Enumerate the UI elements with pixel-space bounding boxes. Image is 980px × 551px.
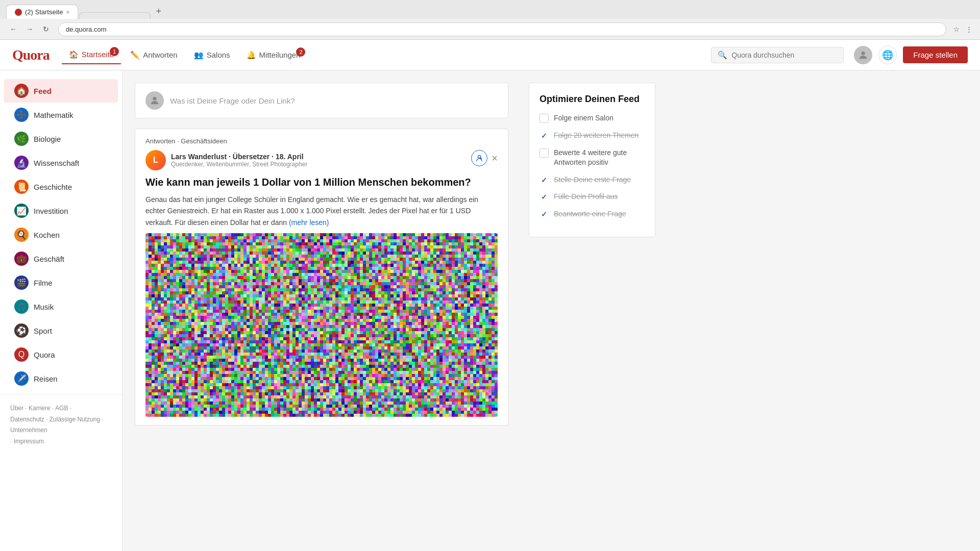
url-bar[interactable] xyxy=(58,22,946,36)
wissenschaft-icon: 🔬 xyxy=(14,156,29,170)
sidebar-footer: Über · Karriere · AGB · Datenschutz · Zu… xyxy=(0,394,122,455)
sidebar-item-quora[interactable]: Q Quora xyxy=(4,343,118,366)
svg-point-2 xyxy=(478,156,481,158)
beantworte-label: Beantworte eine Frage xyxy=(554,209,626,219)
sidebar-item-musik[interactable]: 🎵 Musik xyxy=(4,295,118,318)
sidebar-item-reisen[interactable]: ✈️ Reisen xyxy=(4,367,118,390)
optimize-item-bewerte: Bewerte 4 weitere gute Antworten positiv xyxy=(540,148,645,168)
sidebar-feed-label: Feed xyxy=(34,87,52,95)
sidebar-item-kochen[interactable]: 🍳 Kochen xyxy=(4,223,118,246)
kochen-icon: 🍳 xyxy=(14,228,29,242)
geschaeft-icon: 💼 xyxy=(14,252,29,266)
browser-icons: ☆ ⋮ xyxy=(951,24,974,34)
search-bar[interactable]: 🔍 xyxy=(711,47,844,63)
optimize-item-themen: Folge 20 weiteren Themen xyxy=(540,131,645,141)
add-tab-button[interactable]: + xyxy=(152,4,165,19)
footer-karriere[interactable]: Karriere xyxy=(29,405,51,412)
nav-startseite[interactable]: 🏠 Startseite 1 xyxy=(62,46,121,64)
ask-question-box[interactable]: Was ist Deine Frage oder Dein Link? xyxy=(135,83,508,118)
sidebar-item-geschichte[interactable]: 📜 Geschichte xyxy=(4,175,118,198)
follow-author-button[interactable] xyxy=(471,150,487,166)
nav-items: 🏠 Startseite 1 ✏️ Antworten 👥 Salons 🔔 M… xyxy=(62,46,707,64)
post-image[interactable] xyxy=(145,233,498,417)
ask-placeholder[interactable]: Was ist Deine Frage oder Dein Link? xyxy=(170,96,295,105)
main-content: Was ist Deine Frage oder Dein Link? Antw… xyxy=(122,70,521,551)
search-icon: 🔍 xyxy=(718,51,727,60)
footer-impressum[interactable]: Impressum xyxy=(14,438,44,445)
sidebar-item-biologie[interactable]: 🌿 Biologie xyxy=(4,127,118,151)
optimize-feed-box: Optimiere Deinen Feed Folge einem Salon … xyxy=(529,83,655,237)
nav-salons-icon: 👥 xyxy=(194,51,204,60)
nav-antworten-label: Antworten xyxy=(143,51,178,59)
footer-unternehmen[interactable]: Unternehmen xyxy=(10,427,47,434)
salon-checkbox[interactable] xyxy=(540,114,549,123)
optimize-item-frage: Stelle Deine erste Frage xyxy=(540,175,645,185)
nav-antworten[interactable]: ✏️ Antworten xyxy=(123,46,185,64)
menu-icon[interactable]: ⋮ xyxy=(964,24,974,34)
sidebar-investition-label: Investition xyxy=(34,207,68,215)
beantworte-checkbox[interactable] xyxy=(540,210,549,219)
profil-label: Fülle Dein Profil aus xyxy=(554,192,618,202)
footer-agb[interactable]: AGB xyxy=(55,405,68,412)
optimize-item-profil: Fülle Dein Profil aus xyxy=(540,192,645,202)
sidebar-item-mathematik[interactable]: ➕ Mathematik xyxy=(4,103,118,127)
themen-checkbox[interactable] xyxy=(540,131,549,140)
nav-antworten-icon: ✏️ xyxy=(130,51,140,60)
sidebar-sport-label: Sport xyxy=(34,327,52,335)
browser-nav-arrows: ← → ↻ xyxy=(6,22,53,36)
back-button[interactable]: ← xyxy=(6,22,20,36)
quora-logo[interactable]: Quora xyxy=(12,47,50,63)
frage-checkbox[interactable] xyxy=(540,176,549,185)
startseite-badge: 1 xyxy=(110,47,119,56)
footer-datenschutz[interactable]: Datenschutz xyxy=(10,416,44,423)
nav-mitteilungen[interactable]: 🔔 Mitteilungen 2 xyxy=(239,46,308,64)
ask-button[interactable]: Frage stellen xyxy=(903,46,968,63)
forward-button[interactable]: → xyxy=(22,22,37,36)
sidebar-item-filme[interactable]: 🎬 Filme xyxy=(4,271,118,294)
reload-button[interactable]: ↻ xyxy=(39,22,53,36)
post-categories: Antworten · Geschäftsideen xyxy=(145,137,227,145)
post-body: Genau das hat ein junger College Schüler… xyxy=(145,194,498,228)
navbar: Quora 🏠 Startseite 1 ✏️ Antworten 👥 Salo… xyxy=(0,40,980,70)
bewerte-checkbox[interactable] xyxy=(540,148,549,158)
sidebar-geschichte-label: Geschichte xyxy=(34,183,72,191)
sidebar-biologie-label: Biologie xyxy=(34,135,61,143)
sidebar-item-investition[interactable]: 📈 Investition xyxy=(4,199,118,222)
sport-icon: ⚽ xyxy=(14,323,29,338)
author-name[interactable]: Lars Wanderlust · Übersetzer · 18. April xyxy=(171,153,307,161)
sidebar-item-feed[interactable]: 🏠 Feed xyxy=(4,79,118,103)
tab-close-button[interactable]: × xyxy=(66,9,69,16)
author-details: Lars Wanderlust · Übersetzer · 18. April… xyxy=(171,153,307,168)
language-button[interactable]: 🌐 xyxy=(878,46,897,64)
post-card: Antworten · Geschäftsideen L Lars Wander… xyxy=(135,129,508,425)
post-meta: Antworten · Geschäftsideen xyxy=(145,137,498,145)
sidebar-wissenschaft-label: Wissenschaft xyxy=(34,159,79,167)
sidebar-item-wissenschaft[interactable]: 🔬 Wissenschaft xyxy=(4,151,118,174)
active-tab[interactable]: (2) Startseite × xyxy=(6,5,78,19)
tab-title: (2) Startseite xyxy=(25,8,63,16)
author-description: Querdenker, Weltenbummler, Street Photog… xyxy=(171,161,307,168)
search-input[interactable] xyxy=(731,51,834,59)
pixel-canvas xyxy=(145,233,498,417)
user-avatar[interactable] xyxy=(854,46,872,64)
nav-salons[interactable]: 👥 Salons xyxy=(187,46,237,64)
footer-ueber[interactable]: Über xyxy=(10,405,23,412)
sidebar-item-sport[interactable]: ⚽ Sport xyxy=(4,319,118,342)
sidebar-quora-label: Quora xyxy=(34,350,55,359)
sidebar-item-geschaeft[interactable]: 💼 Geschäft xyxy=(4,247,118,270)
read-more-link[interactable]: (mehr lesen) xyxy=(289,218,329,227)
nav-salons-label: Salons xyxy=(207,51,230,59)
optimize-item-salon: Folge einem Salon xyxy=(540,113,645,123)
themen-label: Folge 20 weiteren Themen xyxy=(554,131,639,141)
nav-mitteilungen-icon: 🔔 xyxy=(247,51,256,60)
profil-checkbox[interactable] xyxy=(540,192,549,202)
sidebar-reisen-label: Reisen xyxy=(34,374,58,383)
post-close-button[interactable]: × xyxy=(492,153,498,164)
bewerte-label: Bewerte 4 weitere gute Antworten positiv xyxy=(554,148,645,168)
nav-right: 🌐 Frage stellen xyxy=(854,46,968,64)
quora-sidebar-icon: Q xyxy=(14,347,29,362)
footer-nutzung[interactable]: Zulässige Nutzung xyxy=(50,416,100,423)
sidebar-filme-label: Filme xyxy=(34,279,53,287)
new-tab[interactable] xyxy=(79,12,151,19)
star-icon[interactable]: ☆ xyxy=(951,24,962,34)
